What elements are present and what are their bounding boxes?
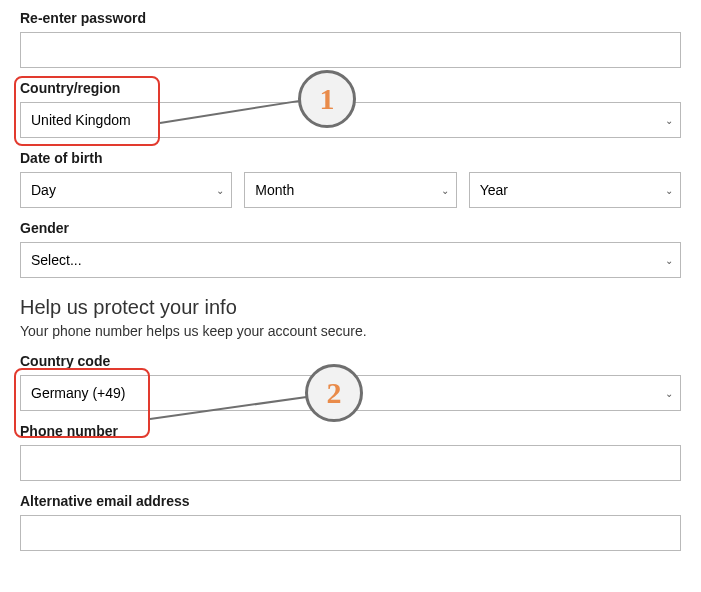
dob-day-select[interactable]: Day xyxy=(20,172,232,208)
reenter-password-input[interactable] xyxy=(20,32,681,68)
country-region-label: Country/region xyxy=(20,80,681,96)
dob-group: Date of birth Day ⌄ Month ⌄ Year ⌄ xyxy=(20,150,681,208)
phone-number-label: Phone number xyxy=(20,423,681,439)
country-code-select-wrap: Germany (+49) ⌄ xyxy=(20,375,681,411)
gender-select-wrap: Select... ⌄ xyxy=(20,242,681,278)
dob-year-wrap: Year ⌄ xyxy=(469,172,681,208)
country-code-label: Country code xyxy=(20,353,681,369)
dob-row: Day ⌄ Month ⌄ Year ⌄ xyxy=(20,172,681,208)
alt-email-group: Alternative email address xyxy=(20,493,681,551)
reenter-password-label: Re-enter password xyxy=(20,10,681,26)
protect-info-sub: Your phone number helps us keep your acc… xyxy=(20,323,681,339)
country-region-group: Country/region United Kingdom ⌄ xyxy=(20,80,681,138)
gender-label: Gender xyxy=(20,220,681,236)
country-region-select-wrap: United Kingdom ⌄ xyxy=(20,102,681,138)
alt-email-input[interactable] xyxy=(20,515,681,551)
dob-year-select[interactable]: Year xyxy=(469,172,681,208)
dob-label: Date of birth xyxy=(20,150,681,166)
gender-select[interactable]: Select... xyxy=(20,242,681,278)
dob-day-wrap: Day ⌄ xyxy=(20,172,232,208)
country-code-select[interactable]: Germany (+49) xyxy=(20,375,681,411)
country-code-group: Country code Germany (+49) ⌄ xyxy=(20,353,681,411)
dob-month-select[interactable]: Month xyxy=(244,172,456,208)
phone-number-input[interactable] xyxy=(20,445,681,481)
phone-number-group: Phone number xyxy=(20,423,681,481)
gender-group: Gender Select... ⌄ xyxy=(20,220,681,278)
alt-email-label: Alternative email address xyxy=(20,493,681,509)
dob-month-wrap: Month ⌄ xyxy=(244,172,456,208)
protect-info-heading: Help us protect your info xyxy=(20,296,681,319)
country-region-select[interactable]: United Kingdom xyxy=(20,102,681,138)
reenter-password-group: Re-enter password xyxy=(20,10,681,68)
